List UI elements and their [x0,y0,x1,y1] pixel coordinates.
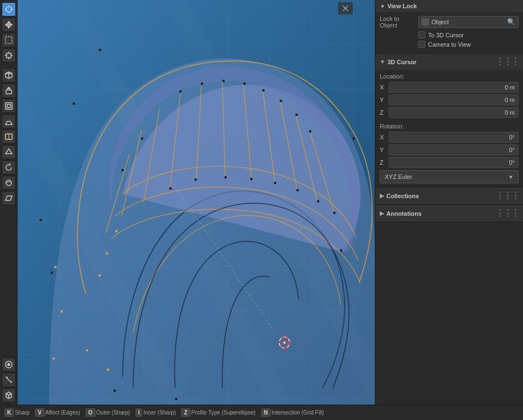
loop-cut-btn[interactable] [2,130,16,144]
svg-rect-7 [5,37,12,43]
status-item-z: Z Profile Type (Superellipse) [181,408,255,417]
svg-rect-93 [106,252,108,254]
eyedrop-icon[interactable]: 🔍 [507,18,515,26]
svg-line-24 [6,377,12,383]
svg-rect-83 [340,249,342,251]
annotations-dots: ⋮⋮⋮ [496,208,519,219]
svg-rect-68 [295,114,297,116]
y-axis-label: Y [380,97,389,103]
extrude-btn[interactable] [2,83,16,98]
euler-arrow-icon: ▼ [508,174,514,180]
svg-rect-79 [99,49,101,51]
object-value: Object [431,19,507,25]
svg-rect-15 [6,90,12,94]
bevel-btn[interactable] [2,114,16,128]
status-key-v: V [35,408,44,417]
annotations-section[interactable]: ▶ Annotations ⋮⋮⋮ [375,205,523,222]
svg-rect-88 [114,390,116,392]
svg-rect-74 [274,182,276,184]
svg-rect-81 [122,169,124,171]
ry-rotation-field[interactable]: 0° [389,144,519,155]
cursor-3d-section: ▼ 3D Cursor ⋮⋮⋮ Location: X 0 m Y 0 m [375,54,523,187]
svg-rect-69 [309,130,311,132]
status-desc-n: Intersection (Grid Fill) [272,410,324,416]
cursor-3d-content: Location: X 0 m Y 0 m Z 0 m [375,70,523,187]
poly-build-btn[interactable] [2,145,16,159]
svg-rect-78 [73,103,75,105]
euler-mode-text: XYZ Euler [385,173,508,180]
svg-rect-94 [98,275,100,277]
svg-rect-65 [244,82,246,85]
status-item-i: I Inner (Sharp) [136,408,176,417]
rz-rotation-value: 0° [509,159,515,166]
view-lock-header[interactable]: ▼ View Lock [375,0,523,12]
select-box-btn[interactable] [2,33,16,47]
annotations-btn[interactable] [2,357,16,372]
view-lock-content: Lock to Object Object 🔍 To 3D Cursor Cam… [375,12,523,53]
status-desc-k: Sharp [15,410,30,416]
collections-title: Collections [386,193,419,199]
rx-axis-label: X [380,134,389,141]
status-item-o: O Outer (Sharp) [86,408,130,417]
cube-btn[interactable] [2,68,16,82]
status-key-i: I [136,408,143,417]
cursor-panel-dots: ⋮⋮⋮ [496,57,519,67]
z-location-field[interactable]: 0 m [389,107,519,118]
x-location-value: 0 m [505,84,515,91]
euler-dropdown[interactable]: XYZ Euler ▼ [380,170,519,183]
right-panel: ▼ View Lock Lock to Object Object 🔍 To 3… [375,0,523,405]
annotations-arrow: ▶ [380,210,384,216]
to-3d-cursor-label: To 3D Cursor [428,32,464,38]
status-desc-o: Outer (Sharp) [97,410,130,416]
spin-btn[interactable] [2,160,16,175]
cube-outline-btn[interactable] [2,388,16,402]
shear-btn[interactable] [2,191,16,205]
lock-to-object-label: Lock to Object [380,15,418,29]
status-item-v: V Affect (Edges) [35,408,80,417]
rz-rotation-field[interactable]: 0° [389,157,519,168]
move-tool-btn[interactable] [2,18,16,32]
svg-point-104 [283,341,285,344]
z-location-value: 0 m [505,109,515,116]
svg-rect-63 [201,82,203,85]
svg-rect-96 [61,310,63,312]
view-lock-section: ▼ View Lock Lock to Object Object 🔍 To 3… [375,0,523,54]
camera-to-view-checkbox[interactable] [418,41,425,48]
x-axis-label: X [380,84,389,91]
svg-rect-70 [170,187,172,189]
svg-rect-95 [54,266,57,268]
y-location-field[interactable]: 0 m [389,94,519,105]
svg-rect-16 [5,103,12,109]
transform-btn[interactable] [2,48,16,63]
object-field[interactable]: Object 🔍 [418,16,519,28]
cursor-arrow: ▼ [380,59,385,65]
svg-rect-99 [107,368,109,371]
rx-rotation-field[interactable]: 0° [389,132,519,143]
svg-point-0 [6,7,12,12]
x-location-field[interactable]: 0 m [389,82,519,93]
status-item-n: N Intersection (Grid Fill) [261,408,324,417]
svg-rect-80 [141,137,143,139]
camera-to-view-label: Camera to View [428,41,471,48]
status-desc-v: Affect (Edges) [46,410,80,416]
svg-rect-64 [222,80,224,82]
collections-section[interactable]: ▶ Collections ⋮⋮⋮ [375,187,523,205]
object-icon [421,18,429,26]
view-lock-arrow: ▼ [380,3,385,9]
svg-rect-73 [250,178,252,180]
to-3d-cursor-checkbox[interactable] [418,31,425,38]
viewport-3d[interactable] [18,0,375,405]
inset-btn[interactable] [2,99,16,113]
cursor-3d-header[interactable]: ▼ 3D Cursor ⋮⋮⋮ [375,54,523,70]
status-bar: K Sharp V Affect (Edges) O Outer (Sharp)… [0,405,523,420]
annotations-title: Annotations [386,210,421,217]
rotation-label: Rotation: [380,123,519,130]
svg-rect-89 [175,398,177,400]
status-key-n: N [261,408,271,417]
smooth-btn[interactable] [2,176,16,190]
cursor-tool-btn[interactable] [2,2,16,16]
status-key-o: O [86,408,95,417]
svg-point-21 [6,180,12,186]
measure-btn[interactable] [2,373,16,387]
status-key-k: K [4,408,14,417]
